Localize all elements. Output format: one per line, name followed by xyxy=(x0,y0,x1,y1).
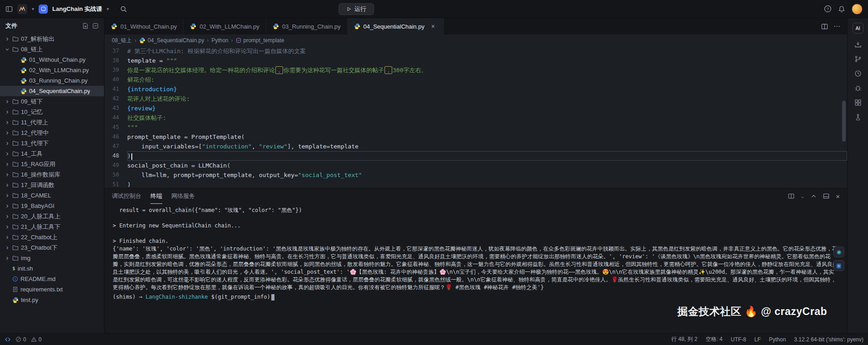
tree-item[interactable]: img xyxy=(0,253,104,263)
code-line[interactable]: 45""" xyxy=(105,123,847,132)
code-line[interactable]: 46prompt_template = PromptTemplate( xyxy=(105,132,847,142)
tree-item[interactable]: 04_SequentialChain.py xyxy=(0,86,104,96)
tree-item[interactable]: 02_With_LLMChain.py xyxy=(0,65,104,75)
tree-item[interactable]: 07_解析输出 xyxy=(0,34,104,44)
errors-status[interactable]: 0 xyxy=(15,336,26,343)
line-number: 38 xyxy=(105,56,127,65)
git-branch-icon[interactable] xyxy=(854,55,862,63)
terminal-line: > Finished chain. xyxy=(113,237,839,245)
workspace-chevron-icon[interactable]: ▾ xyxy=(32,6,34,11)
remote-icon[interactable] xyxy=(5,336,11,343)
chevron-icon xyxy=(5,182,10,188)
code-line[interactable]: 43{review} xyxy=(105,104,847,113)
history-icon[interactable] xyxy=(854,70,862,77)
status-item[interactable]: LF xyxy=(754,336,761,343)
editor-tab[interactable]: 03_Running_Chain.py xyxy=(266,18,348,34)
more-actions-icon[interactable]: ⋯ xyxy=(833,22,841,30)
tree-item[interactable]: test.py xyxy=(0,295,104,305)
editor-tab[interactable]: 04_SequentialChain.py× xyxy=(348,18,444,34)
tree-item[interactable]: 11_代理上 xyxy=(0,117,104,128)
tree-item[interactable]: 20_人脉工具上 xyxy=(0,211,104,222)
close-panel-icon[interactable]: × xyxy=(836,192,840,200)
tree-item[interactable]: 12_代理中 xyxy=(0,128,104,138)
warnings-status[interactable]: 0 xyxy=(31,336,42,343)
split-terminal-icon[interactable] xyxy=(788,193,794,199)
status-item[interactable]: 行 48, 列 2 xyxy=(671,335,697,343)
panel-tab[interactable]: 终端 xyxy=(150,188,162,204)
breadcrumb-item[interactable]: 08_链上 xyxy=(112,37,132,44)
tree-item[interactable]: $init.sh xyxy=(0,263,104,274)
extensions-grid-icon[interactable] xyxy=(854,99,862,106)
notifications-bell-icon[interactable] xyxy=(838,5,845,13)
beaker-icon[interactable] xyxy=(854,113,862,121)
code-line[interactable]: 44社交媒体帖子: xyxy=(105,113,847,123)
tree-item[interactable]: 17_回调函数 xyxy=(0,180,104,190)
tree-item[interactable]: 08_链上 xyxy=(0,44,104,54)
status-item[interactable]: 空格: 4 xyxy=(706,335,723,343)
maximize-panel-icon[interactable] xyxy=(811,193,817,199)
folder-icon xyxy=(12,182,19,188)
help-icon[interactable]: ? xyxy=(824,5,832,13)
breadcrumb-item[interactable]: Python xyxy=(211,37,228,44)
project-name[interactable]: LangChain 实战课 xyxy=(52,5,102,13)
collapse-folders-icon[interactable] xyxy=(92,23,99,29)
code-editor[interactable]: 37# 第三个LLMChain: 根据鲜花的介绍和评论写出一篇自媒体的文案38t… xyxy=(105,46,847,188)
tree-item[interactable]: 15_RAG应用 xyxy=(0,159,104,169)
new-file-icon[interactable] xyxy=(82,23,89,29)
status-item[interactable]: 3.12.2 64-bit ('shims': pyenv) xyxy=(794,336,863,343)
code-line[interactable]: 37# 第三个LLMChain: 根据鲜花的介绍和评论写出一篇自媒体的文案 xyxy=(105,46,847,56)
tree-item[interactable]: 19_BabyAGI xyxy=(0,201,104,211)
py-file-icon xyxy=(12,297,19,303)
breadcrumb-item[interactable]: 04_SequentialChain.py xyxy=(139,37,204,44)
tree-item[interactable]: 09_链下 xyxy=(0,96,104,107)
run-button[interactable]: 运行 xyxy=(339,3,374,15)
terminal-dropdown-chevron-icon[interactable]: ⌄ xyxy=(801,194,804,199)
status-item[interactable]: UTF-8 xyxy=(731,336,746,343)
panel-float-button-2[interactable]: ▣ xyxy=(833,260,844,271)
folder-icon xyxy=(12,245,19,251)
downloads-tray-icon[interactable] xyxy=(854,41,862,48)
tree-item[interactable]: iREADME.md xyxy=(0,274,104,284)
close-tab-icon[interactable]: × xyxy=(429,23,437,30)
chevron-icon xyxy=(5,99,10,104)
project-chevron-icon[interactable]: ▾ xyxy=(107,6,109,11)
tree-item[interactable]: requirements.txt xyxy=(0,284,104,295)
text-cursor xyxy=(131,153,132,160)
code-line[interactable]: 39你是一家花店的社交媒体经理。给定一种花的介绍和评论，你需要为这种花写一篇社交… xyxy=(105,65,847,75)
breadcrumb-item[interactable]: prompt_template xyxy=(236,37,284,44)
tree-item[interactable]: 22_Chatbot上 xyxy=(0,232,104,242)
sidebar-toggle-icon[interactable] xyxy=(5,5,13,13)
editor-tab[interactable]: 01_Without_Chain.py xyxy=(105,18,184,34)
code-line[interactable]: 38template = """ xyxy=(105,56,847,65)
bug-icon[interactable] xyxy=(854,84,862,92)
editor-scrollbar[interactable] xyxy=(842,101,846,142)
status-item[interactable]: Python xyxy=(769,336,786,343)
code-line[interactable]: 49social_post_chain = LLMChain( xyxy=(105,161,847,170)
editor-tab[interactable]: 02_With_LLMChain.py xyxy=(184,18,266,34)
code-line[interactable]: 40鲜花介绍: xyxy=(105,75,847,84)
panel-layout-icon[interactable] xyxy=(823,193,829,199)
user-avatar[interactable] xyxy=(852,4,863,15)
tree-item[interactable]: 23_Chatbot下 xyxy=(0,242,104,253)
code-line[interactable]: 48) xyxy=(105,151,847,161)
tree-item[interactable]: 13_代理下 xyxy=(0,138,104,148)
panel-float-button-1[interactable]: ◉ xyxy=(833,246,844,257)
panel-tab[interactable]: 调试控制台 xyxy=(112,188,141,204)
tree-item[interactable]: 14_工具 xyxy=(0,148,104,159)
search-icon[interactable] xyxy=(120,5,127,13)
code-line[interactable]: 47 input_variables=["introduction", "rev… xyxy=(105,142,847,151)
tree-item[interactable]: 18_CAMEL xyxy=(0,190,104,201)
ai-assistant-icon[interactable]: AI xyxy=(853,23,863,34)
code-line[interactable]: 41{introduction} xyxy=(105,84,847,94)
tree-item[interactable]: 21_人脉工具下 xyxy=(0,222,104,232)
panel-tab[interactable]: 网络服务 xyxy=(171,188,195,204)
app-logo-icon[interactable] xyxy=(17,4,27,14)
tree-item[interactable]: 03_Running_Chain.py xyxy=(0,75,104,86)
code-line[interactable]: 50 llm=llm, prompt=prompt_template, outp… xyxy=(105,170,847,180)
code-line[interactable]: 42花评人对上述花的评论: xyxy=(105,94,847,104)
code-line[interactable]: 51) xyxy=(105,180,847,188)
tree-item[interactable]: 10_记忆 xyxy=(0,107,104,117)
tree-item[interactable]: 01_Without_Chain.py xyxy=(0,54,104,65)
split-editor-icon[interactable] xyxy=(821,23,828,30)
tree-item[interactable]: 16_操作数据库 xyxy=(0,169,104,180)
